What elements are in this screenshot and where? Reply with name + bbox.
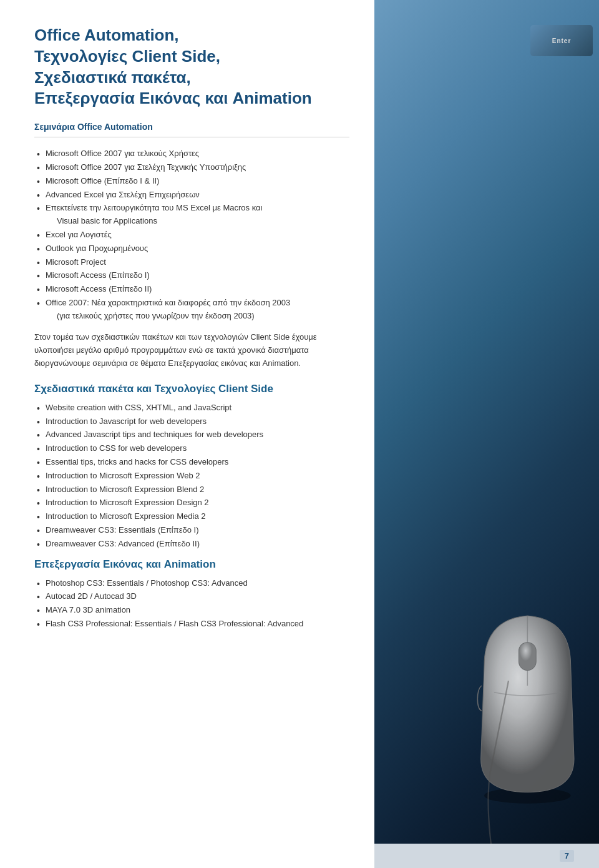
svg-rect-2 [519, 643, 536, 671]
body-paragraph: Στον τομέα των σχεδιαστικών πακέτων και … [34, 330, 349, 370]
list-item: Introduction to Javascript for web devel… [34, 415, 349, 428]
list-item: Επεκτείνετε την λειτουργικότητα του MS E… [34, 202, 349, 228]
footer-page-number: 7 [560, 850, 574, 862]
list-item: Introduction to Microsoft Expression Des… [34, 496, 349, 510]
main-title-line4: Επεξεργασία Εικόνας και Animation [34, 88, 349, 109]
list-item: Flash CS3 Professional: Essentials / Fla… [34, 618, 349, 631]
section2-heading-text: Σχεδιαστικά πακέτα και Τεχνολογίες Clien… [34, 383, 273, 395]
list-item: Microsoft Office 2007 για Στελέχη Τεχνικ… [34, 161, 349, 174]
section2-heading: Σχεδιαστικά πακέτα και Τεχνολογίες Clien… [34, 383, 349, 395]
list-item: Excel για Λογιστές [34, 229, 349, 242]
list-item: Website creation with CSS, XHTML, and Ja… [34, 402, 349, 415]
list-item: Microsoft Access (Επίπεδο ΙΙ) [34, 283, 349, 296]
list-item-continuation: (για τελικούς χρήστες που γνωρίζουν την … [57, 311, 255, 320]
section2-list: Website creation with CSS, XHTML, and Ja… [34, 402, 349, 551]
list-item: Microsoft Office (Επίπεδο Ι & ΙΙ) [34, 175, 349, 188]
right-image-area: Enter [374, 0, 599, 868]
left-content: Office Automation, Τεχνολογίες Client Si… [0, 0, 374, 868]
section3-heading: Επεξεργασία Εικόνας και Animation [34, 558, 349, 571]
list-item: Dreamweaver CS3: Advanced (Επίπεδο ΙΙ) [34, 538, 349, 551]
list-item: Outlook για Προχωρημένους [34, 242, 349, 255]
list-item: Autocad 2D / Autocad 3D [34, 590, 349, 603]
section3-heading-text: Επεξεργασία Εικόνας και Animation [34, 558, 216, 570]
list-item: Dreamweaver CS3: Essentials (Επίπεδο Ι) [34, 524, 349, 537]
list-item-continuation: Visual basic for Applications [57, 216, 157, 225]
list-item: Microsoft Project [34, 256, 349, 269]
list-item: MAYA 7.0 3D animation [34, 604, 349, 617]
section1-list: Microsoft Office 2007 για τελικούς Χρήστ… [34, 147, 349, 322]
list-item: Introduction to CSS for web developers [34, 442, 349, 455]
main-title: Office Automation, Τεχνολογίες Client Si… [34, 25, 349, 109]
section1-heading: Σεμινάρια Office Automation [34, 122, 349, 132]
main-title-line2: Τεχνολογίες Client Side, [34, 46, 349, 67]
list-item: Office 2007: Νέα χαρακτηριστικά και διαφ… [34, 297, 349, 323]
list-item: Introduction to Microsoft Expression Web… [34, 470, 349, 483]
list-item: Microsoft Office 2007 για τελικούς Χρήστ… [34, 147, 349, 160]
main-title-line3: Σχεδιαστικά πακέτα, [34, 67, 349, 89]
keyboard-decoration: Enter [530, 25, 593, 56]
cable-decoration [474, 681, 524, 868]
list-item: Essential tips, tricks and hacks for CSS… [34, 456, 349, 469]
page-container: Office Automation, Τεχνολογίες Client Si… [0, 0, 599, 868]
list-item: Advanced Javascript tips and techniques … [34, 428, 349, 441]
enter-key-label: Enter [552, 37, 572, 44]
list-item: Microsoft Access (Επίπεδο Ι) [34, 269, 349, 282]
list-item: Introduction to Microsoft Expression Ble… [34, 483, 349, 496]
list-item: Photoshop CS3: Essentials / Photoshop CS… [34, 577, 349, 590]
list-item: Introduction to Microsoft Expression Med… [34, 510, 349, 523]
image-background: Enter [374, 0, 599, 868]
section3-list: Photoshop CS3: Essentials / Photoshop CS… [34, 577, 349, 631]
list-item: Advanced Excel για Στελέχη Επιχειρήσεων [34, 189, 349, 202]
main-title-line1: Office Automation, [34, 25, 349, 46]
separator1 [34, 137, 349, 137]
